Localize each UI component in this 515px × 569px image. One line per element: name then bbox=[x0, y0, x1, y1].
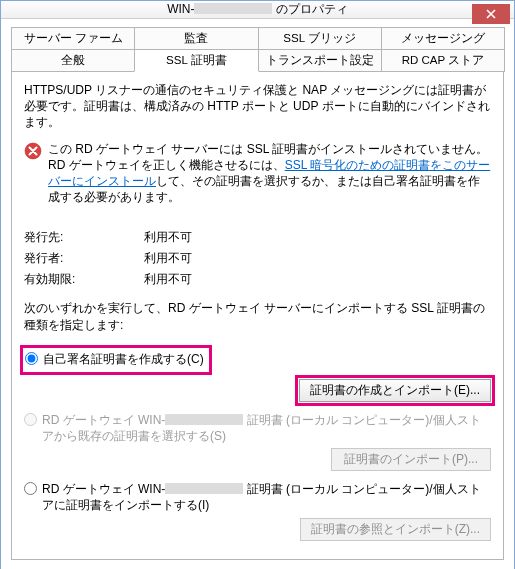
create-import-button[interactable]: 証明書の作成とインポート(E)... bbox=[299, 379, 491, 402]
tabs-row-2: 全般 SSL 証明書 トランスポート設定 RD CAP ストア bbox=[11, 49, 504, 72]
issued-by-label: 発行者: bbox=[24, 250, 144, 267]
issued-to-value: 利用不可 bbox=[144, 229, 192, 246]
radio-self-signed-label: 自己署名証明書を作成する(C) bbox=[43, 351, 204, 367]
tab-messaging[interactable]: メッセージング bbox=[381, 27, 505, 50]
tab-rd-cap-store[interactable]: RD CAP ストア bbox=[381, 49, 505, 72]
create-button-row: 証明書の作成とインポート(E)... bbox=[24, 379, 491, 402]
radio-import-to-store[interactable] bbox=[24, 482, 37, 495]
issued-by-value: 利用不可 bbox=[144, 250, 192, 267]
tab-ssl-certificate[interactable]: SSL 証明書 bbox=[134, 49, 258, 72]
radio-select-existing-row: RD ゲートウェイ WIN- 証明書 (ローカル コンピューター)/個人ストアか… bbox=[24, 412, 491, 444]
tab-general[interactable]: 全般 bbox=[11, 49, 135, 72]
window-title: WIN- のプロパティ bbox=[167, 1, 348, 18]
radio-select-existing bbox=[24, 413, 37, 426]
tab-transport[interactable]: トランスポート設定 bbox=[258, 49, 382, 72]
masked-hostname bbox=[194, 3, 272, 14]
title-suffix: のプロパティ bbox=[272, 2, 347, 16]
expiry-row: 有効期限: 利用不可 bbox=[24, 271, 491, 288]
title-prefix: WIN- bbox=[167, 2, 194, 16]
client-area: サーバー ファーム 監査 SSL ブリッジ メッセージング 全般 SSL 証明書… bbox=[1, 19, 514, 569]
masked-hostname-3 bbox=[165, 483, 243, 494]
expiry-value: 利用不可 bbox=[144, 271, 192, 288]
radio-import-to-store-row[interactable]: RD ゲートウェイ WIN- 証明書 (ローカル コンピューター)/個人ストアに… bbox=[24, 481, 491, 513]
expiry-label: 有効期限: bbox=[24, 271, 144, 288]
tab-server-farm[interactable]: サーバー ファーム bbox=[11, 27, 135, 50]
choose-intro: 次のいずれかを実行して、RD ゲートウェイ サーバーにインポートする SSL 証… bbox=[24, 300, 491, 332]
tab-audit[interactable]: 監査 bbox=[134, 27, 258, 50]
tabs-row-1: サーバー ファーム 監査 SSL ブリッジ メッセージング bbox=[11, 27, 504, 50]
import-cert-button-row: 証明書のインポート(P)... bbox=[24, 448, 491, 471]
import-cert-button: 証明書のインポート(P)... bbox=[331, 448, 491, 471]
browse-import-button-row: 証明書の参照とインポート(Z)... bbox=[24, 518, 491, 541]
tab-content: HTTPS/UDP リスナーの通信のセキュリティ保護と NAP メッセージングに… bbox=[11, 72, 504, 560]
radio-self-signed-row[interactable]: 自己署名証明書を作成する(C) bbox=[25, 351, 204, 367]
close-button[interactable] bbox=[472, 4, 510, 24]
error-icon bbox=[24, 142, 42, 160]
warning-text: この RD ゲートウェイ サーバーには SSL 証明書がインストールされていませ… bbox=[48, 141, 491, 206]
radio-self-signed-block: 自己署名証明書を作成する(C) bbox=[24, 349, 208, 371]
browse-import-button: 証明書の参照とインポート(Z)... bbox=[300, 518, 491, 541]
radio-self-signed[interactable] bbox=[25, 352, 38, 365]
issued-to-row: 発行先: 利用不可 bbox=[24, 229, 491, 246]
titlebar: WIN- のプロパティ bbox=[1, 1, 514, 19]
issued-to-label: 発行先: bbox=[24, 229, 144, 246]
properties-dialog: WIN- のプロパティ サーバー ファーム 監査 SSL ブリッジ メッセージン… bbox=[0, 0, 515, 569]
masked-hostname-2 bbox=[165, 414, 243, 425]
intro-text: HTTPS/UDP リスナーの通信のセキュリティ保護と NAP メッセージングに… bbox=[24, 82, 491, 131]
tab-ssl-bridge[interactable]: SSL ブリッジ bbox=[258, 27, 382, 50]
issued-by-row: 発行者: 利用不可 bbox=[24, 250, 491, 267]
radio-select-existing-label: RD ゲートウェイ WIN- 証明書 (ローカル コンピューター)/個人ストアか… bbox=[42, 412, 491, 444]
warning-block: この RD ゲートウェイ サーバーには SSL 証明書がインストールされていませ… bbox=[24, 141, 491, 206]
close-icon bbox=[486, 9, 496, 19]
radio-import-to-store-label: RD ゲートウェイ WIN- 証明書 (ローカル コンピューター)/個人ストアに… bbox=[42, 481, 491, 513]
